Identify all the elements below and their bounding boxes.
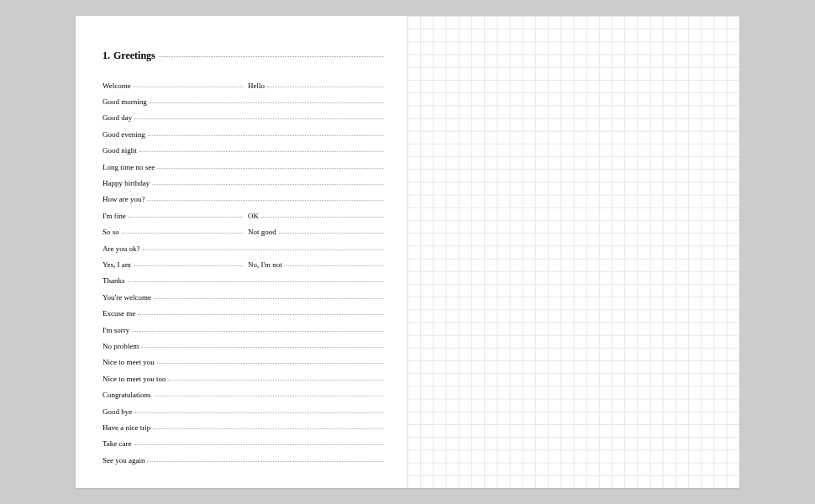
vocabulary-row: Good morning <box>103 93 383 109</box>
vocab-term: Excuse me <box>103 309 135 318</box>
vocabulary-row: See you again <box>103 452 383 468</box>
vocab-cell-right: Not good <box>243 228 383 236</box>
vocab-cell-left: I'm fine <box>103 212 243 220</box>
dotted-line <box>148 135 383 136</box>
vocab-term: Happy birthday <box>103 179 150 187</box>
vocabulary-row: Good night <box>103 143 383 159</box>
dotted-line <box>147 461 383 462</box>
dotted-line <box>153 428 383 429</box>
vocabulary-row: No problem <box>103 338 383 354</box>
dotted-line <box>279 233 383 234</box>
vocab-term: OK <box>248 212 259 220</box>
dotted-line <box>168 380 383 381</box>
vocab-term: You're welcome <box>103 293 151 302</box>
vocabulary-row: Take care <box>103 436 383 452</box>
vocab-cell: Are you ok? <box>103 244 383 253</box>
vocab-cell: You're welcome <box>103 293 383 302</box>
dotted-line <box>267 87 383 87</box>
vocab-term: Not good <box>248 228 276 236</box>
vocab-term: Nice to meet you <box>103 358 155 366</box>
dotted-line <box>122 233 243 234</box>
right-page-grid <box>408 16 739 488</box>
vocab-term: Good night <box>103 146 137 155</box>
vocab-term: Good evening <box>103 130 145 139</box>
dotted-line <box>157 363 383 364</box>
vocab-cell: Happy birthday <box>103 179 383 187</box>
vocab-cell-right: No, I'm not <box>243 260 383 269</box>
dotted-line <box>132 331 383 332</box>
vocab-term: Thanks <box>103 276 125 285</box>
vocabulary-row: Long time no see <box>103 159 383 175</box>
vocabulary-row: Thanks <box>103 273 383 289</box>
dotted-line <box>147 200 383 201</box>
vocabulary-row: Good bye <box>103 403 383 419</box>
vocab-term: So so <box>103 228 119 236</box>
vocabulary-row: You're welcome <box>103 289 383 305</box>
vocabulary-row: Good day <box>103 110 383 126</box>
dotted-line <box>129 217 243 218</box>
vocabulary-row: Nice to meet you <box>103 354 383 370</box>
dotted-line <box>152 184 383 185</box>
vocab-cell: Have a nice trip <box>103 423 383 432</box>
vocab-cell-left: Welcome <box>103 81 243 90</box>
vocab-term: Good day <box>103 113 132 122</box>
dotted-line <box>134 412 383 413</box>
dotted-line <box>134 118 383 119</box>
vocab-term: Yes, I am <box>103 260 131 269</box>
vocabulary-row: Happy birthday <box>103 175 383 191</box>
section-title: 1. Greetings <box>103 50 383 62</box>
vocabulary-row: So soNot good <box>103 224 383 240</box>
vocab-term: Long time no see <box>103 163 155 171</box>
vocab-cell-left: Yes, I am <box>103 260 243 269</box>
vocab-term: No, I'm not <box>248 260 282 269</box>
section-number: 1. <box>103 50 110 62</box>
vocab-term: How are you? <box>103 195 145 203</box>
vocab-cell: Thanks <box>103 276 383 285</box>
vocabulary-row: Good evening <box>103 126 383 142</box>
vocab-cell: See you again <box>103 456 383 465</box>
vocab-term: No problem <box>103 342 139 350</box>
title-dotted-line <box>159 56 383 57</box>
dotted-line <box>128 281 384 282</box>
vocabulary-row: Yes, I amNo, I'm not <box>103 256 383 272</box>
dotted-line <box>154 298 383 299</box>
vocab-term: Welcome <box>103 81 131 90</box>
vocab-term: Have a nice trip <box>103 423 150 432</box>
dotted-line <box>157 168 383 169</box>
left-page: 1. Greetings WelcomeHelloGood morningGoo… <box>76 16 408 488</box>
vocab-cell-right: Hello <box>243 81 383 90</box>
vocab-cell: Long time no see <box>103 163 383 171</box>
vocab-term: Congratulations <box>103 391 151 399</box>
vocabulary-row: Excuse me <box>103 305 383 321</box>
vocab-term: I'm sorry <box>103 326 129 334</box>
vocab-cell: Nice to meet you <box>103 358 383 366</box>
dotted-line <box>261 217 383 218</box>
vocab-term: See you again <box>103 456 145 465</box>
dotted-line <box>134 87 243 87</box>
vocab-cell: Good night <box>103 146 383 155</box>
vocabulary-row: How are you? <box>103 192 383 207</box>
vocab-cell-left: So so <box>103 228 243 236</box>
vocab-cell: I'm sorry <box>103 326 383 334</box>
vocab-term: Take care <box>103 439 132 448</box>
vocab-cell: Good morning <box>103 97 383 106</box>
vocabulary-list: WelcomeHelloGood morningGood dayGood eve… <box>103 77 383 468</box>
vocabulary-row: I'm sorry <box>103 322 383 338</box>
vocab-cell: How are you? <box>103 195 383 203</box>
dotted-line <box>154 396 384 396</box>
vocab-term: Nice to meet you too <box>103 375 166 383</box>
vocabulary-row: Have a nice trip <box>103 419 383 435</box>
vocab-cell: Nice to meet you too <box>103 375 383 383</box>
dotted-line <box>150 102 383 103</box>
vocab-cell-right: OK <box>243 212 383 220</box>
vocab-term: Good bye <box>103 407 132 416</box>
dotted-line <box>285 265 383 266</box>
vocabulary-row: Congratulations <box>103 386 383 402</box>
vocab-cell: Good evening <box>103 130 383 139</box>
dotted-line <box>143 249 384 250</box>
vocab-cell: Take care <box>103 439 383 448</box>
vocabulary-row: I'm fineOK <box>103 207 383 223</box>
vocab-cell: Excuse me <box>103 309 383 318</box>
vocab-term: Are you ok? <box>103 244 140 253</box>
dotted-line <box>141 347 383 348</box>
